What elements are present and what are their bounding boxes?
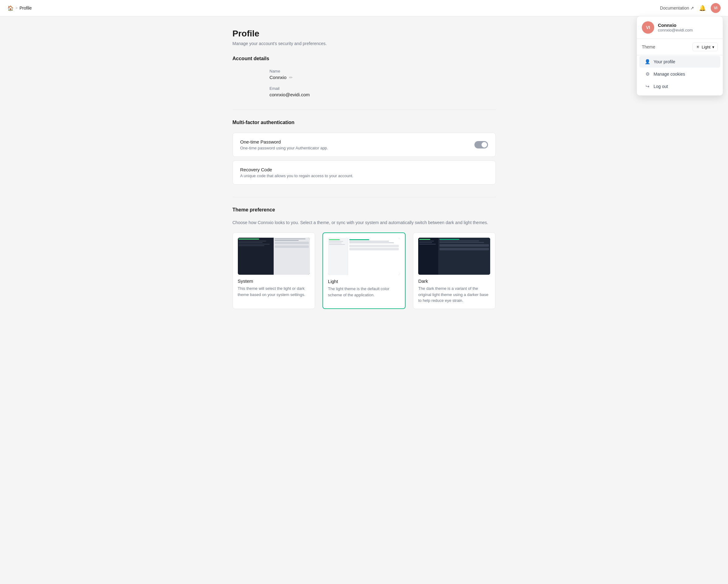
breadcrumb-current: Profile (20, 5, 32, 10)
light-theme-desc: The light theme is the default color sch… (328, 286, 400, 298)
email-text: connxio@evidi.com (270, 92, 310, 97)
otp-description: One-time password using your Authenticat… (240, 146, 328, 150)
main-content: Profile Manage your account's security a… (225, 16, 503, 334)
theme-card-light[interactable]: Light The light theme is the default col… (322, 232, 406, 309)
popup-menu-label-log-out: Log out (654, 84, 668, 89)
popup-theme-row: Theme ☀ Light ▾ (637, 39, 723, 55)
popup-user-info: VI Connxio connxio@evidi.com (637, 21, 723, 39)
system-preview-light-half (274, 238, 310, 275)
popup-email: connxio@evidi.com (658, 28, 693, 32)
otp-toggle[interactable] (474, 141, 488, 148)
home-icon[interactable]: 🏠 (7, 5, 14, 11)
name-field: Name Connxio ✏ (270, 69, 496, 80)
external-link-icon: ↗ (690, 5, 694, 10)
account-details-section: Account details Name Connxio ✏ Email con… (233, 56, 496, 97)
dark-preview-ui (418, 238, 490, 275)
system-preview-sidebar (238, 238, 274, 275)
email-label: Email (270, 86, 496, 91)
user-avatar[interactable]: VI (711, 3, 721, 13)
popup-menu-item-log-out[interactable]: ↪ Log out (639, 81, 720, 92)
mfa-section-title: Multi-factor authentication (233, 120, 496, 125)
dark-theme-preview (418, 238, 490, 275)
name-label: Name (270, 69, 496, 74)
theme-section: Theme preference Choose how Connxio look… (233, 207, 496, 309)
name-value: Connxio ✏ (270, 75, 496, 80)
section-divider-2 (233, 197, 496, 197)
system-theme-name: System (238, 278, 310, 284)
popup-menu-label-your-profile: Your profile (654, 59, 675, 64)
recovery-code-description: A unique code that allows you to regain … (240, 173, 353, 178)
light-preview-ui (328, 238, 400, 275)
popup-menu-item-your-profile[interactable]: 👤 Your profile (639, 56, 720, 67)
edit-name-icon[interactable]: ✏ (289, 75, 293, 80)
mfa-section: Multi-factor authentication One-time Pas… (233, 120, 496, 185)
light-theme-name: Light (328, 279, 400, 284)
breadcrumb: 🏠 > Profile (7, 5, 32, 11)
popup-menu-label-manage-cookies: Manage cookies (654, 72, 685, 77)
user-profile-icon: 👤 (644, 59, 650, 64)
theme-section-subtitle: Choose how Connxio looks to you. Select … (233, 220, 496, 225)
documentation-label: Documentation (660, 5, 689, 10)
sun-icon: ☀ (696, 45, 700, 49)
page-subtitle: Manage your account's security and prefe… (233, 41, 496, 46)
breadcrumb-separator: > (16, 6, 18, 10)
light-preview-content (348, 238, 400, 275)
system-theme-preview (238, 238, 310, 275)
popup-username: Connxio (658, 23, 693, 28)
dark-preview-content (438, 238, 490, 275)
section-divider-1 (233, 110, 496, 110)
user-dropdown-popup: VI Connxio connxio@evidi.com Theme ☀ Lig… (636, 16, 723, 96)
name-text: Connxio (270, 75, 287, 80)
recovery-code-card: Recovery Code A unique code that allows … (233, 161, 496, 185)
theme-cards-container: System This theme will select the light … (233, 232, 496, 309)
cookies-icon: ⚙ (644, 71, 650, 77)
popup-theme-label: Theme (642, 45, 655, 49)
dark-theme-name: Dark (418, 278, 490, 284)
popup-menu-item-manage-cookies[interactable]: ⚙ Manage cookies (639, 68, 720, 80)
theme-section-title: Theme preference (233, 207, 496, 213)
popup-user-details: Connxio connxio@evidi.com (658, 23, 693, 32)
email-field: Email connxio@evidi.com (270, 86, 496, 97)
theme-card-dark[interactable]: Dark The dark theme is a variant of the … (413, 232, 495, 309)
dark-preview-sidebar (418, 238, 438, 275)
account-details-title: Account details (233, 56, 496, 61)
light-theme-preview (328, 238, 400, 275)
page-title: Profile (233, 29, 496, 38)
dark-theme-desc: The dark theme is a variant of the origi… (418, 285, 490, 304)
light-preview-sidebar (328, 238, 348, 275)
top-navigation: 🏠 > Profile Documentation ↗ 🔔 VI (0, 0, 728, 16)
theme-select-dropdown[interactable]: ☀ Light ▾ (693, 43, 718, 51)
documentation-link[interactable]: Documentation ↗ (660, 5, 694, 10)
theme-card-system[interactable]: System This theme will select the light … (233, 232, 315, 309)
recovery-code-title: Recovery Code (240, 167, 353, 172)
account-field-group: Name Connxio ✏ Email connxio@evidi.com (270, 69, 496, 97)
log-out-icon: ↪ (644, 84, 650, 89)
system-preview-ui (238, 238, 310, 275)
recovery-card-content: Recovery Code A unique code that allows … (240, 167, 353, 178)
popup-menu: 👤 Your profile ⚙ Manage cookies ↪ Log ou… (637, 56, 723, 92)
chevron-down-icon: ▾ (712, 45, 714, 49)
theme-select-value: Light (702, 45, 710, 49)
popup-avatar: VI (642, 21, 654, 34)
otp-card: One-time Password One-time password usin… (233, 133, 496, 157)
system-theme-desc: This theme will select the light or dark… (238, 285, 310, 298)
system-preview-dark-half (238, 238, 274, 275)
otp-title: One-time Password (240, 139, 328, 144)
otp-card-content: One-time Password One-time password usin… (240, 139, 328, 150)
email-value: connxio@evidi.com (270, 92, 496, 97)
notification-bell-icon[interactable]: 🔔 (699, 5, 706, 11)
topnav-right: Documentation ↗ 🔔 VI (660, 3, 721, 13)
